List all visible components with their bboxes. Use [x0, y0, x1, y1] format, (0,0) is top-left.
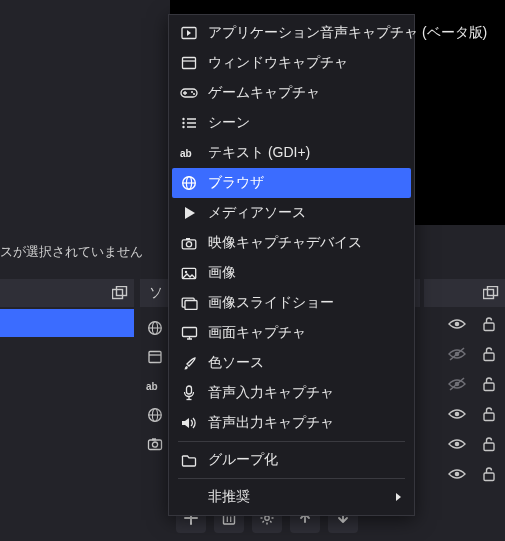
- svg-point-41: [182, 122, 184, 124]
- globe-icon: [145, 405, 165, 425]
- add-source-context-menu: アプリケーション音声キャプチャ (ベータ版) ウィンドウキャプチャ ゲームキャプ…: [168, 14, 415, 516]
- lock-unlocked-icon[interactable]: [479, 404, 499, 424]
- menu-item-window-capture[interactable]: ウィンドウキャプチャ: [172, 48, 411, 78]
- source-controls-row: [447, 404, 499, 424]
- svg-rect-60: [187, 386, 192, 394]
- menu-item-label: 音声出力キャプチャ: [208, 414, 334, 432]
- svg-rect-56: [185, 300, 197, 309]
- lock-unlocked-icon[interactable]: [479, 434, 499, 454]
- svg-point-33: [265, 516, 269, 520]
- menu-item-app-audio-capture[interactable]: アプリケーション音声キャプチャ (ベータ版): [172, 18, 411, 48]
- eye-hidden-icon[interactable]: [447, 344, 467, 364]
- svg-rect-7: [149, 352, 161, 363]
- menu-item-media-source[interactable]: メディアソース: [172, 198, 411, 228]
- menu-item-audio-input-capture[interactable]: 音声入力キャプチャ: [172, 378, 411, 408]
- scenes-panel-header: [0, 279, 134, 307]
- svg-text:ab: ab: [180, 148, 192, 159]
- svg-rect-57: [182, 328, 196, 337]
- svg-rect-2: [484, 290, 494, 299]
- folder-icon: [180, 451, 198, 469]
- globe-icon: [180, 174, 198, 192]
- svg-point-51: [186, 241, 191, 246]
- lock-unlocked-icon[interactable]: [479, 344, 499, 364]
- play-icon: [180, 204, 198, 222]
- svg-point-16: [455, 322, 460, 327]
- source-row-controls: [447, 314, 499, 484]
- source-controls-row: [447, 344, 499, 364]
- menu-item-group[interactable]: グループ化: [172, 445, 411, 475]
- ab-icon: ab: [145, 376, 165, 396]
- svg-rect-0: [113, 290, 123, 299]
- menu-item-game-capture[interactable]: ゲームキャプチャ: [172, 78, 411, 108]
- menu-item-label: 画像: [208, 264, 236, 282]
- svg-point-39: [193, 93, 195, 95]
- camera-icon: [180, 234, 198, 252]
- menu-item-label: テキスト (GDI+): [208, 144, 310, 162]
- eye-open-icon[interactable]: [447, 464, 467, 484]
- menu-item-color-source[interactable]: 色ソース: [172, 348, 411, 378]
- dock-popout-icon[interactable]: [483, 286, 499, 300]
- svg-point-28: [455, 472, 460, 477]
- source-controls-row: [447, 464, 499, 484]
- svg-point-40: [182, 118, 184, 120]
- menu-item-image[interactable]: 画像: [172, 258, 411, 288]
- menu-item-display-capture[interactable]: 画面キャプチャ: [172, 318, 411, 348]
- menu-item-label: 音声入力キャプチャ: [208, 384, 334, 402]
- window-icon: [145, 347, 165, 367]
- eye-open-icon[interactable]: [447, 314, 467, 334]
- menu-item-scene[interactable]: シーン: [172, 108, 411, 138]
- eye-open-icon[interactable]: [447, 434, 467, 454]
- menu-item-label: 非推奨: [208, 488, 250, 506]
- lock-unlocked-icon[interactable]: [479, 374, 499, 394]
- dock-popout-icon[interactable]: [112, 286, 128, 300]
- menu-item-label: ゲームキャプチャ: [208, 84, 320, 102]
- app-audio-icon: [180, 24, 198, 42]
- svg-rect-15: [152, 438, 156, 440]
- svg-point-14: [152, 442, 157, 447]
- brush-icon: [180, 354, 198, 372]
- preview-left-mask: [0, 0, 170, 225]
- lock-unlocked-icon[interactable]: [479, 464, 499, 484]
- svg-point-26: [455, 442, 460, 447]
- menu-item-label: メディアソース: [208, 204, 306, 222]
- svg-rect-20: [484, 353, 494, 361]
- monitor-icon: [180, 324, 198, 342]
- window-icon: [180, 54, 198, 72]
- svg-text:ab: ab: [146, 381, 158, 392]
- svg-rect-17: [484, 323, 494, 331]
- chevron-right-icon: [395, 492, 403, 502]
- menu-item-label: グループ化: [208, 451, 278, 469]
- menu-item-video-capture-device[interactable]: 映像キャプチャデバイス: [172, 228, 411, 258]
- svg-rect-3: [488, 287, 498, 296]
- svg-point-54: [185, 270, 187, 272]
- ab-icon: ab: [180, 144, 198, 162]
- menu-separator: [178, 478, 405, 479]
- gamepad-icon: [180, 84, 198, 102]
- svg-rect-52: [186, 238, 190, 240]
- globe-icon: [145, 318, 165, 338]
- svg-point-38: [191, 91, 193, 93]
- speaker-icon: [180, 414, 198, 432]
- source-controls-row: [447, 434, 499, 454]
- menu-item-label: 画像スライドショー: [208, 294, 334, 312]
- menu-item-text-gdi[interactable]: ab テキスト (GDI+): [172, 138, 411, 168]
- menu-item-label: 色ソース: [208, 354, 264, 372]
- scene-item-selected[interactable]: [0, 309, 134, 337]
- lock-unlocked-icon[interactable]: [479, 314, 499, 334]
- menu-item-deprecated[interactable]: 非推奨: [172, 482, 411, 512]
- mixer-panel-header: [424, 279, 505, 307]
- menu-item-label: ブラウザ: [208, 174, 264, 192]
- svg-point-42: [182, 126, 184, 128]
- menu-item-audio-output-capture[interactable]: 音声出力キャプチャ: [172, 408, 411, 438]
- eye-open-icon[interactable]: [447, 404, 467, 424]
- menu-item-browser[interactable]: ブラウザ: [172, 168, 411, 198]
- eye-hidden-icon[interactable]: [447, 374, 467, 394]
- svg-rect-25: [484, 413, 494, 421]
- svg-rect-27: [484, 443, 494, 451]
- source-controls-row: [447, 314, 499, 334]
- menu-item-image-slideshow[interactable]: 画像スライドショー: [172, 288, 411, 318]
- sources-panel-title: ソ: [149, 284, 163, 302]
- menu-item-label: ウィンドウキャプチャ: [208, 54, 348, 72]
- svg-rect-29: [484, 473, 494, 481]
- menu-separator: [178, 441, 405, 442]
